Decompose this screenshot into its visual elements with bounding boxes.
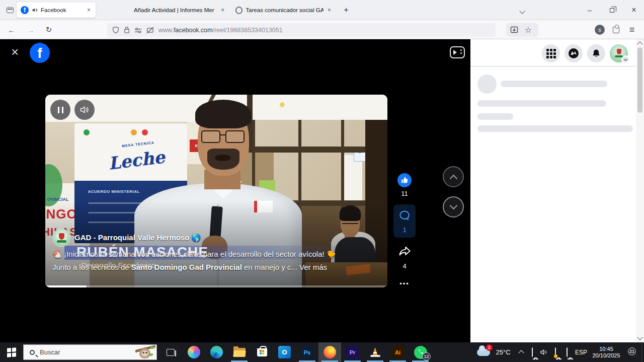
chevron-up-icon <box>518 350 524 355</box>
task-view-button[interactable] <box>160 342 181 362</box>
whatsapp-badge: 12 <box>422 352 430 360</box>
page-name[interactable]: GAD - Parroquial Valle Hermoso 🌎 <box>74 233 201 242</box>
taskbar-illustrator[interactable]: Ai <box>386 342 409 362</box>
url-text: www.facebook.com/reel/1968385334013051 <box>158 27 283 34</box>
taskbar-outlook[interactable]: O <box>273 342 296 362</box>
scroll-down-arrow[interactable] <box>637 334 642 340</box>
skeleton-line <box>501 81 607 87</box>
skeleton-line <box>477 113 513 120</box>
window-restore-button[interactable] <box>602 0 622 20</box>
see-more-link[interactable]: Ver más <box>299 263 327 271</box>
firefox-view-button[interactable] <box>4 5 16 16</box>
temperature-label[interactable]: 25°C <box>492 342 514 362</box>
autoplay-blocked-icon[interactable] <box>146 27 154 34</box>
taskbar-file-explorer[interactable] <box>228 342 251 362</box>
save-page-icon[interactable] <box>508 24 520 36</box>
taskbar-store[interactable] <box>251 342 273 362</box>
illustrator-icon: Ai <box>391 346 404 358</box>
address-bar[interactable]: www.facebook.com/reel/1968385334013051 <box>107 23 496 37</box>
tray-volume-icon[interactable] <box>538 342 549 362</box>
scrollbar-thumb[interactable] <box>637 47 642 113</box>
taskbar-edge[interactable] <box>205 342 228 362</box>
new-tab-button[interactable]: + <box>340 4 352 16</box>
facebook-logo[interactable]: f <box>30 43 50 63</box>
premiere-icon: Pr <box>346 346 359 358</box>
chevron-down-icon <box>519 8 525 14</box>
previous-reel-button[interactable] <box>443 166 464 187</box>
share-button[interactable]: 4 <box>393 246 416 270</box>
taskbar-vlc[interactable] <box>364 342 386 362</box>
skeleton-line <box>477 100 606 107</box>
share-arrow-icon <box>397 246 412 258</box>
reel-sidebar-toggle-icon[interactable] <box>450 46 465 58</box>
tracking-protection-shield-icon[interactable] <box>112 26 119 34</box>
account-button[interactable]: s <box>594 24 606 36</box>
like-count: 11 <box>393 190 416 197</box>
scroll-up-arrow[interactable] <box>637 41 642 47</box>
window-minimize-button[interactable]: – <box>580 0 600 20</box>
tray-overflow-button[interactable] <box>516 342 526 362</box>
like-button[interactable] <box>397 173 412 187</box>
tab-audio-icon[interactable] <box>32 7 38 13</box>
bookmark-star-icon[interactable]: ☆ <box>522 24 534 36</box>
back-button[interactable]: ← <box>5 24 18 36</box>
tab-close-button[interactable]: × <box>86 7 92 14</box>
close-reel-button[interactable]: × <box>11 46 19 57</box>
tray-network-icon[interactable] <box>561 342 573 362</box>
tray-cast-icon[interactable] <box>526 342 538 362</box>
tab-close-button[interactable]: × <box>327 7 332 14</box>
whatsapp-icon: 12 <box>414 346 427 359</box>
browser-tab-strip: f Facebook × Añadir Actividad | Informes… <box>0 0 644 20</box>
show-desktop-button[interactable] <box>641 342 644 362</box>
taskbar-photoshop[interactable]: Ps <box>296 342 318 362</box>
account-avatar: s <box>595 25 605 35</box>
page-avatar[interactable] <box>52 229 70 247</box>
weather-button[interactable]: 2 <box>475 342 492 362</box>
reload-button[interactable]: ↻ <box>42 24 55 36</box>
taskbar-search[interactable]: Buscar <box>23 344 157 360</box>
facebook-favicon: f <box>21 6 29 14</box>
caption-line-1: 🐔 ¡Iniciamos la semana con acciones clav… <box>52 250 336 259</box>
messenger-button[interactable] <box>565 44 583 62</box>
tab-title: Tareas comunicador social GAD <box>246 7 324 13</box>
tray-update-icon[interactable] <box>549 342 561 362</box>
lock-icon[interactable] <box>124 26 130 34</box>
profile-avatar-button[interactable] <box>610 44 628 62</box>
tab-title: Facebook <box>41 7 66 13</box>
tagged-page[interactable]: Santo Domingo Gad Provincial <box>131 263 242 271</box>
comment-button[interactable]: 1 <box>393 204 416 238</box>
clock[interactable]: 10:4520/10/2025 <box>591 342 622 362</box>
extensions-puzzle-icon[interactable] <box>610 24 622 36</box>
window-close-button[interactable]: × <box>624 0 644 20</box>
taskbar-premiere[interactable]: Pr <box>341 342 364 362</box>
reel-video[interactable]: OVINCIAL INGO HILAS MESA TÉCNICA Leche A… <box>45 95 387 287</box>
apps-menu-button[interactable] <box>542 44 560 62</box>
tab-informes[interactable]: Añadir Actividad | Informes Mensua × <box>99 3 229 18</box>
taskbar-firefox[interactable] <box>318 342 341 362</box>
notification-center-button[interactable]: 21 <box>623 342 640 362</box>
list-all-tabs-button[interactable] <box>520 6 524 15</box>
page-scrollbar[interactable] <box>636 39 644 342</box>
taskbar-copilot[interactable] <box>183 342 205 362</box>
permissions-icon[interactable] <box>134 27 142 34</box>
taskbar-whatsapp[interactable]: 12 <box>409 342 432 362</box>
microsoft-store-icon <box>257 348 267 356</box>
notifications-button[interactable] <box>587 44 605 62</box>
forward-button[interactable]: → <box>24 24 37 36</box>
pause-button[interactable] <box>50 100 70 120</box>
tab-tareas[interactable]: Tareas comunicador social GAD × <box>231 3 336 18</box>
volume-button[interactable] <box>74 100 95 120</box>
tab-facebook[interactable]: f Facebook × <box>17 3 96 18</box>
thumbs-up-icon <box>400 176 409 184</box>
chatgpt-favicon <box>235 7 243 14</box>
reel-action-rail: 11 1 4 ••• <box>393 173 416 287</box>
keyboard-layout-button[interactable]: ESP <box>573 342 590 362</box>
firefox-view-icon <box>7 7 14 13</box>
search-icon <box>30 350 35 355</box>
menu-hamburger-icon[interactable]: ≡ <box>626 24 638 36</box>
tab-close-button[interactable]: × <box>220 7 225 14</box>
more-options-button[interactable]: ••• <box>393 280 416 287</box>
start-button[interactable] <box>0 342 23 362</box>
video-progress-bar[interactable] <box>45 285 387 287</box>
next-reel-button[interactable] <box>443 196 464 218</box>
